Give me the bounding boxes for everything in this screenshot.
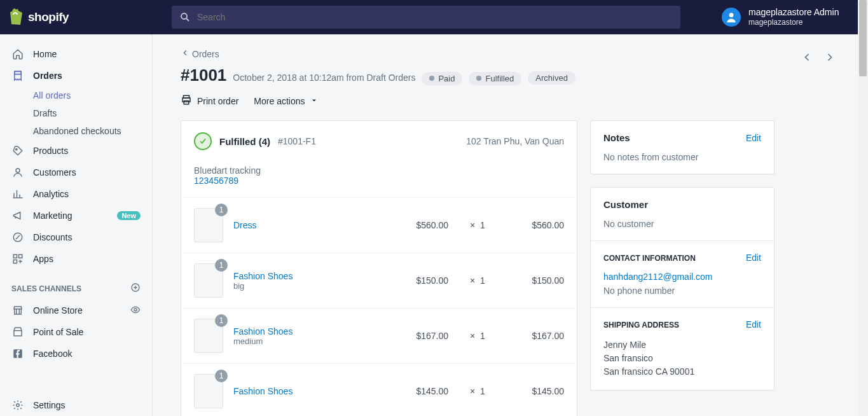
sidebar-item-discounts[interactable]: Discounts bbox=[0, 226, 152, 248]
actions-row: Print order More actions bbox=[181, 94, 840, 107]
sidebar-item-orders[interactable]: Orders bbox=[0, 65, 152, 87]
nav-label: Marketing bbox=[33, 211, 72, 221]
sidebar-item-settings[interactable]: Settings bbox=[0, 394, 152, 416]
svg-line-1 bbox=[186, 18, 189, 21]
contact-title: CONTACT INFORMATION bbox=[603, 254, 696, 263]
search-input[interactable] bbox=[197, 12, 673, 22]
item-unit-price: $150.00 bbox=[391, 275, 448, 286]
product-thumb: 1 bbox=[194, 374, 223, 408]
sidebar-item-customers[interactable]: Customers bbox=[0, 162, 152, 183]
avatar bbox=[722, 8, 741, 27]
item-qty: 1 bbox=[480, 331, 485, 341]
sidebar-channel-pos[interactable]: Point of Sale bbox=[0, 321, 152, 343]
svg-rect-8 bbox=[13, 260, 17, 263]
prev-order-arrow[interactable] bbox=[797, 47, 817, 69]
shipping-line: Jenny Mile bbox=[603, 338, 761, 352]
logo[interactable]: shopify bbox=[0, 8, 153, 27]
sidebar-item-marketing[interactable]: Marketing New bbox=[0, 205, 152, 226]
main-content: Orders #1001 October 2, 2018 at 10:12am … bbox=[153, 34, 868, 416]
edit-notes-link[interactable]: Edit bbox=[746, 133, 761, 143]
product-thumb: 1 bbox=[194, 208, 223, 242]
shipping-line: San fransico bbox=[603, 352, 761, 365]
item-total: $560.00 bbox=[507, 220, 564, 230]
sidebar-channel-facebook[interactable]: Facebook bbox=[0, 343, 152, 364]
discount-icon bbox=[11, 231, 24, 244]
action-label: Print order bbox=[197, 96, 238, 106]
order-meta: October 2, 2018 at 10:12am from Draft Or… bbox=[233, 73, 415, 83]
product-thumb: 1 bbox=[194, 319, 223, 353]
gear-icon bbox=[11, 399, 24, 412]
pos-icon bbox=[11, 326, 24, 338]
sidebar-sub-abandoned[interactable]: Abandoned checkouts bbox=[0, 122, 152, 140]
item-name[interactable]: Fashion Shoes bbox=[233, 326, 381, 336]
line-item: 1 Dress $560.00 × 1 $560.00 bbox=[181, 197, 577, 253]
sidebar-sub-drafts[interactable]: Drafts bbox=[0, 104, 152, 122]
nav-label: Products bbox=[33, 146, 68, 156]
sidebar-channel-online-store[interactable]: Online Store bbox=[0, 300, 152, 321]
nav-label: Apps bbox=[33, 254, 53, 264]
contact-phone: No phone number bbox=[603, 286, 761, 296]
item-qty: 1 bbox=[480, 386, 485, 396]
tracking-number[interactable]: 123456789 bbox=[194, 176, 564, 186]
page-nav-arrows bbox=[797, 47, 840, 69]
sidebar-item-analytics[interactable]: Analytics bbox=[0, 183, 152, 205]
user-menu[interactable]: mageplazastore Admin mageplazastore bbox=[722, 7, 868, 27]
nav-label: Home bbox=[33, 49, 57, 59]
breadcrumb[interactable]: Orders bbox=[181, 48, 219, 59]
item-name[interactable]: Dress bbox=[233, 220, 381, 230]
nav-label: Settings bbox=[33, 400, 65, 410]
fulfillment-card: Fulfilled (4) #1001-F1 102 Tran Phu, Van… bbox=[181, 120, 577, 416]
item-name[interactable]: Fashion Shoes bbox=[233, 271, 381, 281]
megaphone-icon bbox=[11, 209, 24, 222]
badge-paid: Paid bbox=[422, 72, 462, 85]
scrollbar-thumb[interactable] bbox=[859, 0, 867, 76]
sidebar-item-products[interactable]: Products bbox=[0, 140, 152, 162]
customer-title: Customer bbox=[603, 199, 648, 210]
edit-shipping-link[interactable]: Edit bbox=[746, 319, 761, 329]
apps-icon bbox=[11, 253, 24, 265]
title-row: #1001 October 2, 2018 at 10:12am from Dr… bbox=[181, 66, 797, 85]
line-item: 1 Fashion Shoesmedium $167.00 × 1 $167.0… bbox=[181, 308, 577, 363]
caret-down-icon bbox=[310, 96, 318, 106]
nav-label: Analytics bbox=[33, 189, 69, 199]
eye-icon[interactable] bbox=[130, 305, 141, 317]
sidebar-sub-all-orders[interactable]: All orders bbox=[0, 87, 152, 104]
search-box[interactable] bbox=[172, 6, 680, 29]
add-channel-icon[interactable] bbox=[130, 282, 141, 295]
next-order-arrow[interactable] bbox=[820, 47, 840, 69]
analytics-icon bbox=[11, 188, 24, 200]
badge-archived: Archived bbox=[528, 71, 575, 85]
item-total: $167.00 bbox=[507, 331, 564, 341]
customer-body: No customer bbox=[603, 219, 761, 229]
sidebar-item-apps[interactable]: Apps bbox=[0, 248, 152, 270]
fulfillment-address: 102 Tran Phu, Van Quan bbox=[466, 136, 564, 146]
qty-badge: 1 bbox=[215, 370, 228, 382]
shipping-title: SHIPPING ADDRESS bbox=[603, 321, 679, 329]
nav-label: Facebook bbox=[33, 349, 72, 359]
contact-email[interactable]: hanhdang2112@gmail.com bbox=[603, 272, 712, 282]
item-unit-price: $145.00 bbox=[391, 386, 448, 396]
item-name[interactable]: Fashion Shoes bbox=[233, 386, 381, 396]
print-order-button[interactable]: Print order bbox=[181, 94, 238, 107]
channels-label: SALES CHANNELS bbox=[11, 284, 81, 293]
edit-contact-link[interactable]: Edit bbox=[746, 253, 761, 263]
more-actions-button[interactable]: More actions bbox=[254, 96, 317, 106]
sidebar-item-home[interactable]: Home bbox=[0, 43, 152, 65]
item-unit-price: $167.00 bbox=[391, 331, 448, 341]
notes-body: No notes from customer bbox=[603, 152, 761, 162]
shopify-bag-icon bbox=[9, 8, 23, 27]
item-total: $150.00 bbox=[507, 275, 564, 286]
user-store: mageplazastore bbox=[748, 18, 839, 27]
user-meta: mageplazastore Admin mageplazastore bbox=[748, 7, 839, 27]
tag-icon bbox=[11, 144, 24, 157]
line-item: 1 Fashion Shoes $145.00 × 1 $145.00 bbox=[181, 363, 577, 416]
customer-card: Customer No customer CONTACT INFORMATION… bbox=[590, 187, 775, 391]
new-badge: New bbox=[117, 211, 141, 220]
svg-rect-7 bbox=[19, 254, 22, 258]
user-icon bbox=[11, 166, 24, 179]
search-icon bbox=[179, 11, 191, 23]
facebook-icon bbox=[11, 347, 24, 360]
scrollbar[interactable] bbox=[858, 0, 868, 416]
svg-point-2 bbox=[729, 13, 734, 17]
svg-point-10 bbox=[134, 309, 137, 311]
